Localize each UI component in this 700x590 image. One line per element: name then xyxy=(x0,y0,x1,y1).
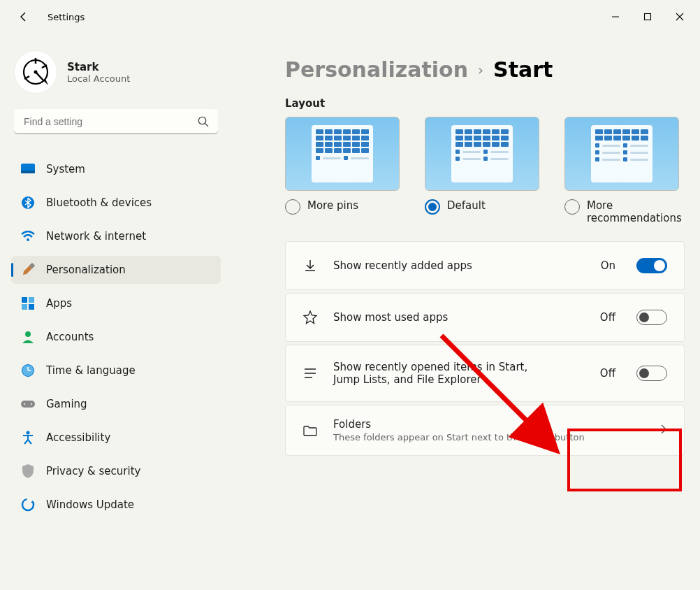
nav-label: Gaming xyxy=(46,398,87,410)
svg-point-27 xyxy=(27,431,30,435)
setting-label: Show recently added apps xyxy=(333,259,585,272)
app-title: Settings xyxy=(48,12,85,22)
toggle-recently-added[interactable] xyxy=(636,258,667,273)
layout-preview-more-pins xyxy=(285,117,400,191)
setting-folders[interactable]: Folders These folders appear on Start ne… xyxy=(285,405,685,456)
titlebar: Settings xyxy=(0,0,700,34)
toggle-state: Off xyxy=(600,367,615,380)
svg-point-26 xyxy=(31,403,32,405)
setting-most-used-apps[interactable]: Show most used apps Off xyxy=(285,293,685,342)
close-button[interactable] xyxy=(664,6,696,28)
breadcrumb-current: Start xyxy=(493,57,553,82)
radio-default[interactable] xyxy=(425,199,440,215)
apps-icon xyxy=(21,296,35,310)
sidebar-item-gaming[interactable]: Gaming xyxy=(11,390,221,418)
back-button[interactable] xyxy=(10,3,38,31)
user-name: Stark xyxy=(67,61,130,73)
sidebar-item-apps[interactable]: Apps xyxy=(11,289,221,317)
toggle-most-used[interactable] xyxy=(636,310,667,325)
person-icon xyxy=(21,330,35,344)
layout-section-label: Layout xyxy=(285,97,685,110)
svg-point-8 xyxy=(198,117,205,124)
svg-rect-18 xyxy=(29,304,34,310)
setting-label: Folders xyxy=(333,418,645,431)
sidebar-item-system[interactable]: System xyxy=(11,155,221,183)
nav-label: Time & language xyxy=(46,364,136,377)
radio-more-recs[interactable] xyxy=(564,199,580,215)
layout-option-more-recs[interactable]: More recommendations xyxy=(564,117,679,224)
nav-label: Apps xyxy=(46,297,72,310)
layout-option-more-pins[interactable]: More pins xyxy=(285,117,400,224)
layout-preview-more-recs xyxy=(564,117,679,191)
shield-icon xyxy=(21,464,35,478)
main-content: Personalization › Start Layout More pins xyxy=(231,34,700,590)
sidebar-item-update[interactable]: Windows Update xyxy=(11,491,221,519)
display-icon xyxy=(21,162,35,176)
chevron-right-icon xyxy=(660,424,667,438)
svg-point-28 xyxy=(22,499,34,510)
update-icon xyxy=(21,498,35,512)
svg-rect-17 xyxy=(22,304,27,310)
radio-label: More pins xyxy=(307,199,358,212)
svg-rect-1 xyxy=(645,14,651,20)
clock-icon xyxy=(21,364,35,377)
sidebar-item-accessibility[interactable]: Accessibility xyxy=(11,424,221,452)
sidebar: Stark Local Account System Bluetooth & d… xyxy=(0,34,231,590)
svg-rect-15 xyxy=(22,297,27,303)
nav-label: Privacy & security xyxy=(46,465,140,477)
star-icon xyxy=(302,310,318,324)
gamepad-icon xyxy=(21,397,35,411)
nav-label: Accessibility xyxy=(46,431,110,444)
chevron-right-icon: › xyxy=(478,62,483,78)
paintbrush-icon xyxy=(21,263,35,277)
sidebar-item-accounts[interactable]: Accounts xyxy=(11,323,221,351)
minimize-button[interactable] xyxy=(599,6,632,28)
radio-more-pins[interactable] xyxy=(285,199,300,215)
search-icon xyxy=(197,115,210,131)
setting-recent-items[interactable]: Show recently opened items in Start, Jum… xyxy=(285,345,685,402)
search-input[interactable] xyxy=(14,109,218,134)
svg-rect-24 xyxy=(21,401,35,408)
bluetooth-icon xyxy=(21,196,35,210)
nav-label: Windows Update xyxy=(46,498,134,511)
layout-option-default[interactable]: Default xyxy=(425,117,539,224)
nav-label: System xyxy=(46,163,85,175)
sidebar-item-network[interactable]: Network & internet xyxy=(11,222,221,250)
toggle-recent-items[interactable] xyxy=(636,366,667,381)
radio-label: Default xyxy=(447,199,486,212)
sidebar-item-bluetooth[interactable]: Bluetooth & devices xyxy=(11,189,221,217)
svg-rect-16 xyxy=(29,297,34,303)
svg-rect-11 xyxy=(21,171,35,173)
svg-point-19 xyxy=(25,331,31,337)
svg-point-25 xyxy=(24,403,25,405)
search-wrap xyxy=(14,109,218,134)
setting-sub: These folders appear on Start next to th… xyxy=(333,432,645,442)
nav-label: Bluetooth & devices xyxy=(46,196,152,209)
toggle-state: On xyxy=(601,259,615,272)
toggle-state: Off xyxy=(600,311,615,324)
sidebar-item-personalization[interactable]: Personalization xyxy=(11,256,221,284)
nav-label: Accounts xyxy=(46,331,94,343)
svg-line-9 xyxy=(205,124,209,127)
account-type: Local Account xyxy=(67,73,130,84)
user-block[interactable]: Stark Local Account xyxy=(8,42,224,108)
nav: System Bluetooth & devices Network & int… xyxy=(8,150,224,524)
setting-recently-added-apps[interactable]: Show recently added apps On xyxy=(285,241,685,290)
radio-label: More recommendations xyxy=(587,199,682,224)
nav-label: Network & internet xyxy=(46,230,146,243)
setting-label: Show recently opened items in Start, Jum… xyxy=(333,361,543,386)
maximize-button[interactable] xyxy=(632,6,664,28)
svg-marker-7 xyxy=(43,79,48,85)
breadcrumb-parent[interactable]: Personalization xyxy=(285,57,468,82)
window-controls xyxy=(599,6,696,28)
avatar xyxy=(14,50,57,94)
sidebar-item-time[interactable]: Time & language xyxy=(11,357,221,384)
folder-icon xyxy=(302,425,318,436)
nav-label: Personalization xyxy=(46,264,126,276)
layout-options: More pins Default xyxy=(285,117,685,224)
download-icon xyxy=(302,259,318,273)
svg-point-13 xyxy=(27,238,29,241)
setting-label: Show most used apps xyxy=(333,311,585,324)
sidebar-item-privacy[interactable]: Privacy & security xyxy=(11,457,221,485)
breadcrumb: Personalization › Start xyxy=(285,57,685,82)
